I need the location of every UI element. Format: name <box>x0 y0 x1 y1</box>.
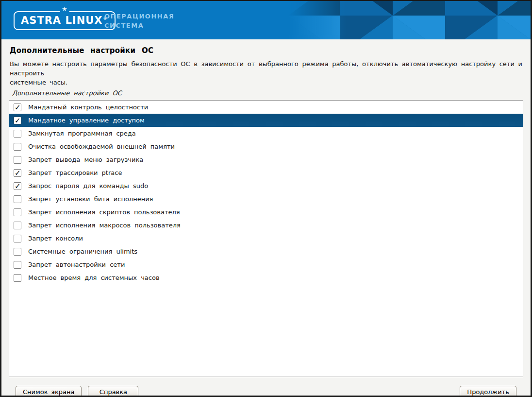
screenshot-button[interactable]: Снимок экрана <box>16 386 82 397</box>
option-label: Очистка освобождаемой внешней памяти <box>28 143 175 150</box>
checkbox[interactable] <box>14 261 21 269</box>
checkbox[interactable] <box>14 195 21 203</box>
option-label: Системные ограничения ulimits <box>28 248 137 255</box>
continue-button[interactable]: Продолжить <box>460 386 516 397</box>
list-item[interactable]: Местное время для системных часов <box>9 271 523 284</box>
list-item[interactable]: Запрет консоли <box>9 232 523 245</box>
option-label: Запрет трассировки ptrace <box>28 169 122 176</box>
page-description: Вы можете настроить параметры безопаснос… <box>10 59 522 87</box>
checkbox[interactable] <box>14 130 21 138</box>
main-content: Дополнительные настройки ОС Вы можете на… <box>1 46 531 397</box>
facet-fade-overlay <box>283 1 346 39</box>
footer-button-bar: Снимок экрана Справка Продолжить <box>16 386 516 397</box>
description-line-1: Вы можете настроить параметры безопаснос… <box>10 59 522 78</box>
check-icon: ✓ <box>15 116 21 125</box>
option-label: Запрет исполнения скриптов пользователя <box>28 208 180 216</box>
checkbox[interactable] <box>14 248 21 256</box>
brand-line-1: ОПЕРАЦИОННАЯ <box>104 12 174 21</box>
check-icon: ✓ <box>15 168 21 178</box>
options-list-caption: Дополнительные настройки ОС <box>12 89 523 97</box>
list-item[interactable]: Запрет установки бита исполнения <box>9 192 523 206</box>
checkbox[interactable] <box>14 235 21 242</box>
checkbox[interactable] <box>14 208 21 216</box>
list-item[interactable]: ✓ Запрос пароля для команды sudo <box>9 179 523 192</box>
brand-line-2: СИСТЕМА <box>104 21 174 30</box>
option-label: Запрос пароля для команды sudo <box>28 182 148 190</box>
check-icon: ✓ <box>15 103 21 112</box>
checkbox[interactable]: ✓ <box>14 104 21 111</box>
option-label: Запрет исполнения макросов пользователя <box>28 222 181 229</box>
option-label: Мандатный контроль целостности <box>28 104 148 111</box>
list-item[interactable]: Запрет вывода меню загрузчика <box>9 153 523 166</box>
checkbox[interactable] <box>14 274 21 282</box>
checkbox[interactable] <box>14 222 21 229</box>
list-item[interactable]: Замкнутая программная среда <box>9 127 523 140</box>
checkbox[interactable]: ✓ <box>14 117 21 124</box>
description-line-2: системные часы. <box>10 78 522 87</box>
brand-caption: ОПЕРАЦИОННАЯ СИСТЕМА <box>104 12 174 30</box>
list-item[interactable]: Запрет исполнения макросов пользователя <box>9 219 523 232</box>
option-label: Запрет автонастройки сети <box>28 261 125 268</box>
installer-window: ★ ASTRA LINUX® ОПЕРАЦИОННАЯ СИСТЕМА Допо… <box>0 0 532 397</box>
header-banner: ★ ASTRA LINUX® ОПЕРАЦИОННАЯ СИСТЕМА <box>1 1 531 39</box>
option-label: Замкнутая программная среда <box>28 130 136 137</box>
star-icon: ★ <box>60 6 69 12</box>
checkbox[interactable]: ✓ <box>14 169 21 177</box>
list-item[interactable]: Запрет исполнения скриптов пользователя <box>9 206 523 219</box>
option-label: Запрет вывода меню загрузчика <box>28 156 143 163</box>
checkbox[interactable] <box>14 143 21 151</box>
list-item[interactable]: ✓ Мандатный контроль целостности <box>9 101 523 114</box>
checkbox[interactable]: ✓ <box>14 182 21 190</box>
logo-text: ASTRA LINUX <box>21 15 102 26</box>
list-item[interactable]: ✓ Мандатное управление доступом <box>9 114 523 127</box>
checkbox[interactable] <box>14 156 21 164</box>
list-item[interactable]: Очистка освобождаемой внешней памяти <box>9 140 523 153</box>
help-button[interactable]: Справка <box>88 386 138 397</box>
option-label: Мандатное управление доступом <box>28 117 145 124</box>
check-icon: ✓ <box>15 181 21 191</box>
option-label: Местное время для системных часов <box>28 274 160 281</box>
list-item[interactable]: Запрет автонастройки сети <box>9 258 523 271</box>
page-title: Дополнительные настройки ОС <box>10 46 522 55</box>
list-item[interactable]: ✓ Запрет трассировки ptrace <box>9 166 523 179</box>
options-list: ✓ Мандатный контроль целостности ✓ Манда… <box>9 100 523 377</box>
option-label: Запрет консоли <box>28 235 83 242</box>
list-item[interactable]: Системные ограничения ulimits <box>9 245 523 258</box>
option-label: Запрет установки бита исполнения <box>28 195 153 203</box>
astra-linux-logo: ★ ASTRA LINUX® <box>14 11 116 30</box>
